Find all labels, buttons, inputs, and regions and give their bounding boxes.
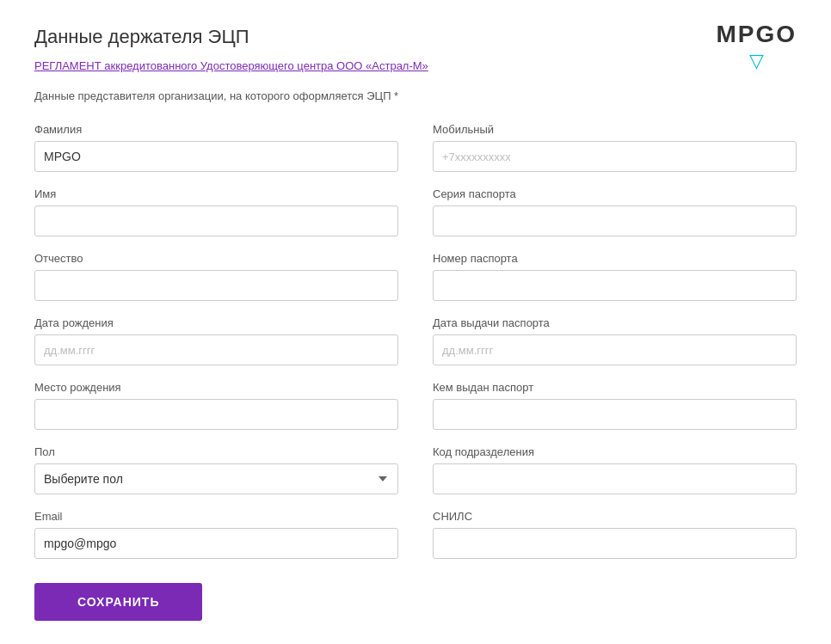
input-snils[interactable] xyxy=(433,528,797,559)
form-group-birth-date: Дата рождения xyxy=(34,316,398,365)
input-last-name[interactable] xyxy=(34,141,398,172)
form-grid: Фамилия Имя Отчество Дата рождения Место… xyxy=(34,123,797,621)
label-birth-date: Дата рождения xyxy=(34,316,398,329)
form-group-gender: Пол Выберите пол Мужской Женский xyxy=(34,445,398,494)
label-last-name: Фамилия xyxy=(34,123,398,136)
logo-icon: ▽ xyxy=(749,50,764,72)
input-passport-series[interactable] xyxy=(433,205,797,236)
label-middle-name: Отчество xyxy=(34,252,398,265)
input-passport-number[interactable] xyxy=(433,270,797,301)
logo: MPGO ▽ xyxy=(716,21,797,72)
label-passport-issuer: Кем выдан паспорт xyxy=(433,381,797,394)
label-email: Email xyxy=(34,510,398,523)
input-email[interactable] xyxy=(34,528,398,559)
input-first-name[interactable] xyxy=(34,205,398,236)
form-group-passport-number: Номер паспорта xyxy=(433,252,797,301)
input-passport-issuer[interactable] xyxy=(433,399,797,430)
label-snils: СНИЛС xyxy=(433,510,797,523)
form-group-passport-issuer: Кем выдан паспорт xyxy=(433,381,797,430)
left-column: Фамилия Имя Отчество Дата рождения Место… xyxy=(34,123,398,621)
form-group-division-code: Код подразделения xyxy=(433,445,797,494)
form-group-snils: СНИЛС xyxy=(433,510,797,559)
page-container: MPGO ▽ Данные держателя ЭЦП РЕГЛАМЕНТ ак… xyxy=(0,0,831,644)
label-passport-series: Серия паспорта xyxy=(433,187,797,200)
input-middle-name[interactable] xyxy=(34,270,398,301)
form-group-first-name: Имя xyxy=(34,187,398,236)
save-button[interactable]: СОХРАНИТЬ xyxy=(34,583,202,621)
label-birth-place: Место рождения xyxy=(34,381,398,394)
label-division-code: Код подразделения xyxy=(433,445,797,458)
input-birth-place[interactable] xyxy=(34,399,398,430)
form-description: Данные представителя организации, на кот… xyxy=(34,89,797,102)
label-passport-number: Номер паспорта xyxy=(433,252,797,265)
form-group-middle-name: Отчество xyxy=(34,252,398,301)
form-group-last-name: Фамилия xyxy=(34,123,398,172)
regulation-link[interactable]: РЕГЛАМЕНТ аккредитованного Удостоверяюще… xyxy=(34,59,428,72)
label-gender: Пол xyxy=(34,445,398,458)
form-group-passport-series: Серия паспорта xyxy=(433,187,797,236)
page-title: Данные держателя ЭЦП xyxy=(34,26,797,48)
select-gender[interactable]: Выберите пол Мужской Женский xyxy=(34,463,398,494)
input-mobile[interactable] xyxy=(433,141,797,172)
input-division-code[interactable] xyxy=(433,463,797,494)
right-column: Мобильный Серия паспорта Номер паспорта … xyxy=(433,123,797,621)
form-group-passport-issue-date: Дата выдачи паспорта xyxy=(433,316,797,365)
form-group-mobile: Мобильный xyxy=(433,123,797,172)
input-birth-date[interactable] xyxy=(34,334,398,365)
input-passport-issue-date[interactable] xyxy=(433,334,797,365)
label-passport-issue-date: Дата выдачи паспорта xyxy=(433,316,797,329)
form-group-email: Email xyxy=(34,510,398,559)
label-first-name: Имя xyxy=(34,187,398,200)
logo-text: MPGO xyxy=(716,21,797,48)
form-group-birth-place: Место рождения xyxy=(34,381,398,430)
label-mobile: Мобильный xyxy=(433,123,797,136)
